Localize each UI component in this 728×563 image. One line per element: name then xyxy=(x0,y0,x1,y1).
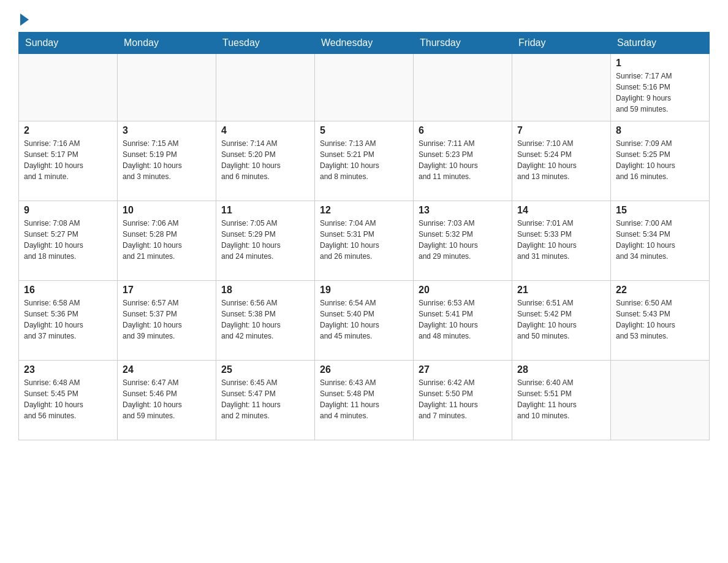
day-number: 27 xyxy=(419,364,507,375)
calendar-day-cell xyxy=(512,54,611,121)
calendar-day-cell: 4Sunrise: 7:14 AMSunset: 5:20 PMDaylight… xyxy=(216,121,315,201)
day-info: Sunrise: 7:13 AMSunset: 5:21 PMDaylight:… xyxy=(320,138,408,182)
weekday-header-sunday: Sunday xyxy=(19,33,118,54)
day-number: 16 xyxy=(24,285,112,296)
day-info: Sunrise: 7:14 AMSunset: 5:20 PMDaylight:… xyxy=(221,138,309,182)
calendar-day-cell: 13Sunrise: 7:03 AMSunset: 5:32 PMDayligh… xyxy=(414,201,512,281)
day-number: 19 xyxy=(320,285,408,296)
day-info: Sunrise: 7:04 AMSunset: 5:31 PMDaylight:… xyxy=(320,218,408,262)
day-info: Sunrise: 7:00 AMSunset: 5:34 PMDaylight:… xyxy=(616,218,704,262)
day-number: 2 xyxy=(24,125,112,136)
day-number: 26 xyxy=(320,364,408,375)
weekday-header-saturday: Saturday xyxy=(611,33,710,54)
day-number: 17 xyxy=(123,285,211,296)
calendar-day-cell xyxy=(414,54,512,121)
logo-arrow-icon xyxy=(20,13,29,26)
day-number: 4 xyxy=(221,125,309,136)
calendar-day-cell: 26Sunrise: 6:43 AMSunset: 5:48 PMDayligh… xyxy=(315,361,414,440)
day-number: 9 xyxy=(24,205,112,216)
calendar-day-cell: 16Sunrise: 6:58 AMSunset: 5:36 PMDayligh… xyxy=(19,281,118,361)
calendar-day-cell: 23Sunrise: 6:48 AMSunset: 5:45 PMDayligh… xyxy=(19,361,118,440)
calendar-table: SundayMondayTuesdayWednesdayThursdayFrid… xyxy=(18,32,710,440)
day-number: 20 xyxy=(419,285,507,296)
calendar-week-4: 16Sunrise: 6:58 AMSunset: 5:36 PMDayligh… xyxy=(19,281,710,361)
calendar-day-cell: 9Sunrise: 7:08 AMSunset: 5:27 PMDaylight… xyxy=(19,201,118,281)
day-number: 28 xyxy=(517,364,605,375)
day-info: Sunrise: 6:56 AMSunset: 5:38 PMDaylight:… xyxy=(221,297,309,342)
calendar-day-cell: 12Sunrise: 7:04 AMSunset: 5:31 PMDayligh… xyxy=(315,201,414,281)
day-info: Sunrise: 7:09 AMSunset: 5:25 PMDaylight:… xyxy=(616,138,704,182)
calendar-week-2: 2Sunrise: 7:16 AMSunset: 5:17 PMDaylight… xyxy=(19,121,710,201)
day-info: Sunrise: 6:50 AMSunset: 5:43 PMDaylight:… xyxy=(616,297,704,342)
calendar-day-cell: 25Sunrise: 6:45 AMSunset: 5:47 PMDayligh… xyxy=(216,361,315,440)
calendar-day-cell: 10Sunrise: 7:06 AMSunset: 5:28 PMDayligh… xyxy=(118,201,216,281)
logo xyxy=(18,12,29,26)
day-info: Sunrise: 7:05 AMSunset: 5:29 PMDaylight:… xyxy=(221,218,309,262)
calendar-day-cell: 27Sunrise: 6:42 AMSunset: 5:50 PMDayligh… xyxy=(414,361,512,440)
calendar-day-cell xyxy=(611,361,710,440)
day-number: 5 xyxy=(320,125,408,136)
weekday-header-thursday: Thursday xyxy=(414,33,512,54)
day-info: Sunrise: 6:45 AMSunset: 5:47 PMDaylight:… xyxy=(221,377,309,421)
day-info: Sunrise: 6:48 AMSunset: 5:45 PMDaylight:… xyxy=(24,377,112,421)
calendar-day-cell: 14Sunrise: 7:01 AMSunset: 5:33 PMDayligh… xyxy=(512,201,611,281)
day-number: 25 xyxy=(221,364,309,375)
day-info: Sunrise: 6:58 AMSunset: 5:36 PMDaylight:… xyxy=(24,297,112,342)
calendar-week-3: 9Sunrise: 7:08 AMSunset: 5:27 PMDaylight… xyxy=(19,201,710,281)
day-info: Sunrise: 7:16 AMSunset: 5:17 PMDaylight:… xyxy=(24,138,112,182)
day-number: 13 xyxy=(419,205,507,216)
day-info: Sunrise: 6:42 AMSunset: 5:50 PMDaylight:… xyxy=(419,377,507,421)
day-number: 22 xyxy=(616,285,704,296)
calendar-day-cell: 8Sunrise: 7:09 AMSunset: 5:25 PMDaylight… xyxy=(611,121,710,201)
day-number: 10 xyxy=(123,205,211,216)
calendar-day-cell: 24Sunrise: 6:47 AMSunset: 5:46 PMDayligh… xyxy=(118,361,216,440)
calendar-day-cell xyxy=(118,54,216,121)
calendar-day-cell xyxy=(19,54,118,121)
day-number: 1 xyxy=(616,58,704,69)
day-info: Sunrise: 6:47 AMSunset: 5:46 PMDaylight:… xyxy=(123,377,211,421)
calendar-day-cell: 2Sunrise: 7:16 AMSunset: 5:17 PMDaylight… xyxy=(19,121,118,201)
day-number: 24 xyxy=(123,364,211,375)
page-header xyxy=(18,12,710,26)
calendar-day-cell: 28Sunrise: 6:40 AMSunset: 5:51 PMDayligh… xyxy=(512,361,611,440)
calendar-day-cell: 17Sunrise: 6:57 AMSunset: 5:37 PMDayligh… xyxy=(118,281,216,361)
day-info: Sunrise: 7:03 AMSunset: 5:32 PMDaylight:… xyxy=(419,218,507,262)
weekday-header-wednesday: Wednesday xyxy=(315,33,414,54)
weekday-header-monday: Monday xyxy=(118,33,216,54)
day-info: Sunrise: 6:51 AMSunset: 5:42 PMDaylight:… xyxy=(517,297,605,342)
calendar-day-cell xyxy=(315,54,414,121)
day-info: Sunrise: 7:08 AMSunset: 5:27 PMDaylight:… xyxy=(24,218,112,262)
weekday-header-tuesday: Tuesday xyxy=(216,33,315,54)
day-info: Sunrise: 7:15 AMSunset: 5:19 PMDaylight:… xyxy=(123,138,211,182)
calendar-day-cell: 1Sunrise: 7:17 AMSunset: 5:16 PMDaylight… xyxy=(611,54,710,121)
day-number: 23 xyxy=(24,364,112,375)
calendar-day-cell: 11Sunrise: 7:05 AMSunset: 5:29 PMDayligh… xyxy=(216,201,315,281)
day-number: 14 xyxy=(517,205,605,216)
day-number: 12 xyxy=(320,205,408,216)
day-number: 8 xyxy=(616,125,704,136)
weekday-header-row: SundayMondayTuesdayWednesdayThursdayFrid… xyxy=(19,33,710,54)
day-number: 15 xyxy=(616,205,704,216)
day-info: Sunrise: 7:17 AMSunset: 5:16 PMDaylight:… xyxy=(616,71,704,115)
day-info: Sunrise: 6:43 AMSunset: 5:48 PMDaylight:… xyxy=(320,377,408,421)
calendar-day-cell: 22Sunrise: 6:50 AMSunset: 5:43 PMDayligh… xyxy=(611,281,710,361)
calendar-day-cell: 3Sunrise: 7:15 AMSunset: 5:19 PMDaylight… xyxy=(118,121,216,201)
day-number: 21 xyxy=(517,285,605,296)
day-info: Sunrise: 6:53 AMSunset: 5:41 PMDaylight:… xyxy=(419,297,507,342)
day-info: Sunrise: 7:06 AMSunset: 5:28 PMDaylight:… xyxy=(123,218,211,262)
calendar-day-cell: 18Sunrise: 6:56 AMSunset: 5:38 PMDayligh… xyxy=(216,281,315,361)
calendar-day-cell: 21Sunrise: 6:51 AMSunset: 5:42 PMDayligh… xyxy=(512,281,611,361)
day-number: 18 xyxy=(221,285,309,296)
day-number: 7 xyxy=(517,125,605,136)
calendar-day-cell: 19Sunrise: 6:54 AMSunset: 5:40 PMDayligh… xyxy=(315,281,414,361)
day-info: Sunrise: 6:40 AMSunset: 5:51 PMDaylight:… xyxy=(517,377,605,421)
calendar-day-cell: 7Sunrise: 7:10 AMSunset: 5:24 PMDaylight… xyxy=(512,121,611,201)
calendar-day-cell: 20Sunrise: 6:53 AMSunset: 5:41 PMDayligh… xyxy=(414,281,512,361)
calendar-day-cell: 6Sunrise: 7:11 AMSunset: 5:23 PMDaylight… xyxy=(414,121,512,201)
calendar-day-cell: 15Sunrise: 7:00 AMSunset: 5:34 PMDayligh… xyxy=(611,201,710,281)
calendar-day-cell: 5Sunrise: 7:13 AMSunset: 5:21 PMDaylight… xyxy=(315,121,414,201)
calendar-week-1: 1Sunrise: 7:17 AMSunset: 5:16 PMDaylight… xyxy=(19,54,710,121)
day-info: Sunrise: 7:01 AMSunset: 5:33 PMDaylight:… xyxy=(517,218,605,262)
day-number: 3 xyxy=(123,125,211,136)
weekday-header-friday: Friday xyxy=(512,33,611,54)
